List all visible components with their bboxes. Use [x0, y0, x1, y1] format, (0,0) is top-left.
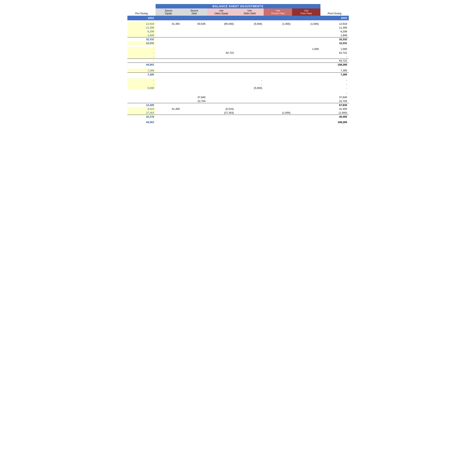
pre-closing-value: 32,278	[127, 115, 156, 119]
post-closing-value: -	[320, 55, 349, 59]
post-closing-value: 6,206	[320, 30, 349, 33]
use-tf-value: (1,000)	[264, 22, 292, 26]
pre-closing-value: 12,285	[127, 103, 156, 107]
year-label-right: 20X2	[320, 16, 349, 20]
table-row: 44,563 108,285	[127, 120, 349, 124]
table-row: 12,231 12,231	[127, 41, 349, 45]
src-eq-value: 41,455	[156, 22, 181, 26]
use-od-value: (5,000)	[235, 86, 264, 90]
post-closing-value: 67,830	[320, 103, 349, 107]
use-ff-value: (1,000)	[292, 22, 320, 26]
pre-closing-value: 7,285	[127, 73, 156, 77]
table-row: 11,358 11,358	[127, 26, 349, 30]
post-closing-value: -	[320, 86, 349, 90]
table-row: 12,285 67,830	[127, 103, 349, 107]
pre-closing-value: 5,015	[127, 107, 156, 111]
pre-closing-value: 12,231	[127, 41, 156, 45]
table-row: - - -	[127, 78, 349, 82]
table-row: -	[127, 92, 349, 95]
source-debt-header: SourceDebt	[181, 9, 207, 16]
table-row: 22,704 22,704	[127, 99, 349, 103]
src-dbt-value: 37,840	[181, 95, 207, 99]
post-closing-value: 22,704	[320, 99, 349, 103]
post-closing-value: 108,285	[320, 63, 349, 67]
post-closing-value: 108,285	[320, 120, 349, 124]
post-closing-value: 7,285	[320, 69, 349, 73]
balance-sheet-adjustments-table: BALANCE SHEET ADJUSTMENTS Pre-Closing So…	[127, 4, 349, 124]
post-closing-value: 32,332	[320, 37, 349, 41]
year-label-left: 20X2	[127, 16, 156, 20]
table-row: 27,263 (27,263) (1,000) (1,000)	[127, 111, 349, 115]
use-oldco-equity-header: UseOldco Equity	[207, 9, 235, 16]
src-dbt-value: 22,704	[181, 99, 207, 103]
table-row: 12,918 41,455 60,545 (95,000) (5,000) (1…	[127, 22, 349, 26]
use-oe-value: 62,722	[207, 51, 235, 55]
use-oe-value: (5,015)	[207, 107, 235, 111]
post-closing-value: 12,918	[320, 22, 349, 26]
table-row: - - -	[127, 82, 349, 86]
pre-closing-value: 12,918	[127, 22, 156, 26]
src-dbt-value: 60,545	[181, 22, 207, 26]
table-row: 6,206 6,206	[127, 30, 349, 33]
post-closing-value: 63,722	[320, 59, 349, 63]
use-oldco-debt-header: UseOldco Debt	[235, 9, 264, 16]
main-header: BALANCE SHEET ADJUSTMENTS	[156, 4, 320, 9]
pre-closing-value: -	[127, 55, 156, 59]
use-tf-value: (1,000)	[264, 111, 292, 115]
table-row: 1,849 1,849	[127, 33, 349, 37]
pre-closing-value: 27,263	[127, 111, 156, 115]
use-oe-value: (27,263)	[207, 111, 235, 115]
year-row: 20X2 20X2	[127, 16, 349, 20]
table-row: - 63,722	[127, 59, 349, 63]
post-closing-value: 41,455	[320, 107, 349, 111]
pre-closing-value: -	[127, 78, 156, 82]
use-ff-value: 1,000	[292, 47, 320, 51]
table-row: 5,000 (5,000) -	[127, 86, 349, 90]
post-closing-value: -	[320, 92, 349, 95]
use-fnce-fees-header: UseFnce Fees	[292, 9, 320, 16]
pre-closing-value: 1,849	[127, 33, 156, 37]
post-closing-value: -	[320, 82, 349, 86]
post-closing-value: 40,455	[320, 115, 349, 119]
table-row: - 1,000 1,000	[127, 47, 349, 51]
table-row: 5,015 41,455 (5,015) 41,455	[127, 107, 349, 111]
use-od-value: (5,000)	[235, 22, 264, 26]
post-closing-value: 62,722	[320, 51, 349, 55]
use-od-value: -	[235, 82, 264, 86]
use-oe-value: (95,000)	[207, 22, 235, 26]
table-row: 32,278 40,455	[127, 115, 349, 119]
pre-closing-value: -	[127, 59, 156, 63]
pre-closing-value: -	[127, 47, 156, 51]
post-closing-value: 1,849	[320, 33, 349, 37]
table-row: 32,332 32,332	[127, 37, 349, 41]
post-closing-value: 11,358	[320, 26, 349, 30]
pre-closing-value: 5,000	[127, 86, 156, 90]
pre-closing-header: Pre-Closing	[127, 9, 156, 16]
src-eq-value: 41,455	[156, 107, 181, 111]
post-closing-value: (1,000)	[320, 111, 349, 115]
table-row: - -	[127, 55, 349, 59]
post-closing-value: 12,231	[320, 41, 349, 45]
pre-closing-value: 44,563	[127, 120, 156, 124]
use-od-value: -	[235, 78, 264, 82]
table-row: 7,285 7,285	[127, 73, 349, 77]
pre-closing-value: 6,206	[127, 30, 156, 33]
pre-closing-value: 44,563	[127, 63, 156, 67]
pre-closing-value: 32,332	[127, 37, 156, 41]
pre-closing-value: -	[127, 51, 156, 55]
table-row: 37,840 37,840	[127, 95, 349, 99]
post-closing-value: 1,000	[320, 47, 349, 51]
table-row: - 62,722 62,722	[127, 51, 349, 55]
table-row: 44,563 108,285	[127, 63, 349, 67]
table-row: 7,285 7,285	[127, 69, 349, 73]
post-closing-value: 7,285	[320, 73, 349, 77]
post-closing-value: -	[320, 78, 349, 82]
source-equity-header: SourceEquity	[156, 9, 181, 16]
pre-closing-value: 11,358	[127, 26, 156, 30]
pre-closing-value: 7,285	[127, 69, 156, 73]
pre-closing-value: -	[127, 82, 156, 86]
post-closing-value: 37,840	[320, 95, 349, 99]
use-trnstn-fees-header: UseTrnsctn Fees	[264, 9, 292, 16]
post-closing-header: Post-Closing	[320, 9, 349, 16]
